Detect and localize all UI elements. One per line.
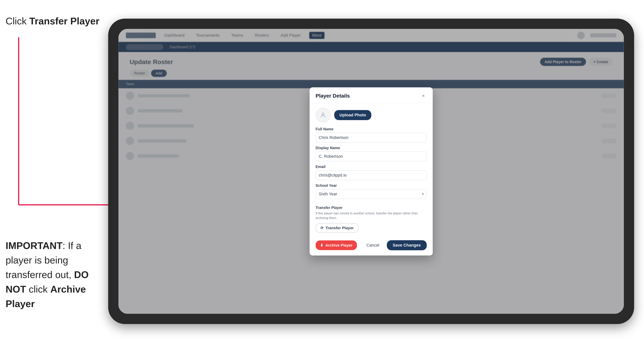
transfer-player-btn-label: Transfer Player — [326, 226, 354, 230]
important-label: IMPORTANT — [6, 240, 62, 251]
tablet-screen: Dashboard Tournaments Teams Rosters Add … — [118, 29, 624, 314]
footer-right-actions: Cancel Save Changes — [363, 240, 427, 250]
school-year-select-wrapper: Sixth Year Fifth Year Fourth Year Third … — [316, 189, 427, 199]
full-name-group: Full Name — [316, 127, 427, 143]
transfer-player-section: Transfer Player If this player has moved… — [316, 203, 427, 233]
photo-upload-row: Upload Photo — [316, 108, 427, 123]
instruction-top: Click Transfer Player — [6, 15, 100, 27]
user-icon — [320, 112, 326, 118]
archive-player-button[interactable]: ⬇ Archive Player — [316, 240, 357, 250]
tablet-device: Dashboard Tournaments Teams Rosters Add … — [108, 19, 634, 324]
transfer-player-button[interactable]: ⟳ Transfer Player — [316, 223, 359, 233]
app-background: Dashboard Tournaments Teams Rosters Add … — [118, 29, 624, 314]
modal-title: Player Details — [316, 93, 350, 99]
display-name-group: Display Name — [316, 146, 427, 161]
transfer-icon: ⟳ — [320, 226, 324, 230]
transfer-section-label: Transfer Player — [316, 206, 427, 210]
display-name-label: Display Name — [316, 146, 427, 150]
archive-icon: ⬇ — [320, 243, 324, 247]
school-year-label: School Year — [316, 183, 427, 188]
instruction-bottom: IMPORTANT: If a player is being transfer… — [6, 238, 102, 311]
archive-player-label: Archive Player — [325, 243, 352, 247]
instruction-bold-top: Transfer Player — [29, 16, 100, 26]
full-name-label: Full Name — [316, 127, 427, 131]
modal-footer: ⬇ Archive Player Cancel Save Changes — [310, 237, 433, 255]
email-input[interactable] — [316, 171, 427, 180]
school-year-select[interactable]: Sixth Year Fifth Year Fourth Year Third … — [316, 189, 427, 199]
transfer-section-description: If this player has moved to another scho… — [316, 211, 427, 220]
cancel-button[interactable]: Cancel — [363, 240, 383, 250]
save-changes-button[interactable]: Save Changes — [387, 240, 427, 250]
modal-close-button[interactable]: × — [420, 93, 427, 99]
full-name-input[interactable] — [316, 133, 427, 143]
modal-body: Upload Photo Full Name Display Name — [310, 103, 433, 237]
photo-placeholder — [316, 108, 330, 123]
modal-overlay: Player Details × — [118, 29, 624, 314]
svg-point-3 — [322, 113, 324, 115]
modal-header: Player Details × — [310, 87, 433, 103]
upload-photo-button[interactable]: Upload Photo — [334, 110, 371, 120]
display-name-input[interactable] — [316, 152, 427, 161]
email-group: Email — [316, 165, 427, 180]
player-details-modal: Player Details × — [310, 87, 433, 255]
school-year-group: School Year Sixth Year Fifth Year Fourth… — [316, 183, 427, 199]
email-label: Email — [316, 165, 427, 169]
